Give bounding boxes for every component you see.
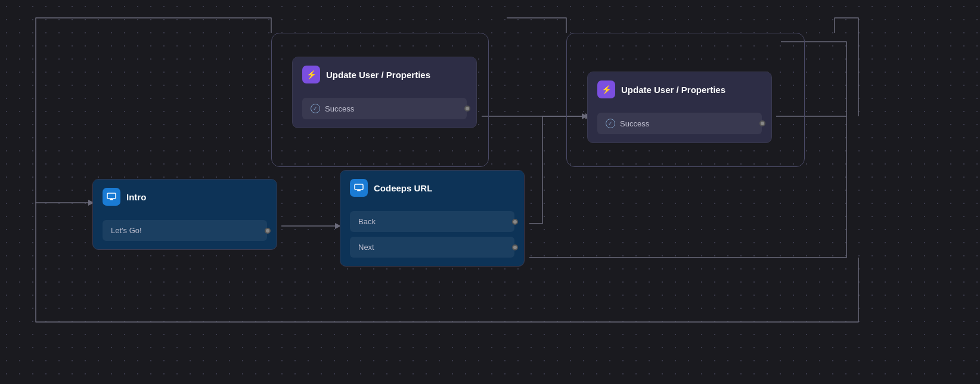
screen-icon-intro xyxy=(103,188,120,206)
lightning-icon-2: ⚡ xyxy=(597,80,615,98)
check-icon-2: ✓ xyxy=(606,119,615,128)
node-header-intro: Intro xyxy=(93,179,277,214)
port-out-back[interactable] xyxy=(512,219,518,225)
port-out-success-2[interactable] xyxy=(759,120,765,126)
node-intro[interactable]: Intro Let's Go! xyxy=(92,179,277,250)
port-out-next[interactable] xyxy=(512,244,518,250)
svg-rect-9 xyxy=(358,190,359,191)
svg-rect-7 xyxy=(355,184,363,190)
node-header-codeeps: Codeeps URL xyxy=(340,171,524,205)
node-title-codeeps: Codeeps URL xyxy=(374,183,432,193)
check-icon-1: ✓ xyxy=(311,104,320,113)
node-body-update2: ✓ Success xyxy=(588,107,771,143)
node-body-codeeps: Back Next xyxy=(340,205,524,266)
output-back[interactable]: Back xyxy=(350,211,514,232)
node-update-user-2[interactable]: ⚡ Update User / Properties ✓ Success xyxy=(587,72,772,143)
node-body-intro: Let's Go! xyxy=(93,214,277,249)
svg-rect-4 xyxy=(107,193,116,199)
workflow-canvas[interactable]: ⚡ Update User / Properties ✓ Success ⚡ U… xyxy=(0,0,980,384)
output-lets-go[interactable]: Let's Go! xyxy=(103,220,267,241)
port-out-letsgo[interactable] xyxy=(265,228,271,234)
node-update-user-1[interactable]: ⚡ Update User / Properties ✓ Success xyxy=(292,57,477,128)
output-success-2[interactable]: ✓ Success xyxy=(597,113,762,134)
svg-rect-6 xyxy=(111,199,112,200)
lightning-icon-1: ⚡ xyxy=(302,66,320,83)
output-next[interactable]: Next xyxy=(350,237,514,258)
node-title-intro: Intro xyxy=(126,192,146,202)
node-body-update1: ✓ Success xyxy=(293,92,476,128)
node-title-update1: Update User / Properties xyxy=(326,70,430,80)
port-out-success-1[interactable] xyxy=(464,106,470,112)
screen-icon-codeeps xyxy=(350,179,368,197)
node-codeeps-url[interactable]: Codeeps URL Back Next xyxy=(340,170,525,267)
node-title-update2: Update User / Properties xyxy=(621,85,725,95)
node-header-update2: ⚡ Update User / Properties xyxy=(588,72,771,107)
node-header-update1: ⚡ Update User / Properties xyxy=(293,57,476,92)
output-success-1[interactable]: ✓ Success xyxy=(302,98,467,119)
